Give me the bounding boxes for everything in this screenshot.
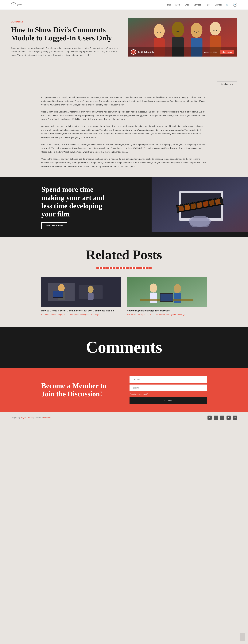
footer-text-2: | Powered by	[33, 417, 43, 418]
instagram-icon[interactable]: in	[220, 416, 224, 420]
facebook-icon[interactable]: f	[208, 416, 212, 420]
related-post-1-title[interactable]: How to Create a Scroll Container for You…	[41, 310, 121, 312]
logo-circle: D	[11, 2, 16, 7]
film-illustration	[152, 177, 248, 232]
nav-services[interactable]: Services▾	[194, 4, 202, 6]
nav-blog[interactable]: Blog	[207, 4, 211, 6]
article-category: Divi Tutorials	[11, 21, 120, 23]
related-post-2-image	[127, 277, 207, 307]
svg-rect-56	[150, 292, 157, 303]
cta-button[interactable]: Send Your Film	[41, 222, 67, 229]
svg-rect-15	[178, 206, 184, 211]
article-paragraph-2: Special cloth alert. Cloth talk. Another…	[41, 110, 207, 121]
login-button[interactable]: Login	[130, 397, 207, 404]
related-posts-section: Related Posts How t	[0, 237, 248, 326]
svg-point-1	[154, 24, 165, 38]
cta-section: Spend more time making your art and less…	[0, 177, 248, 237]
related-post-1-image	[41, 277, 121, 307]
forgot-password-link[interactable]: Forgot your password?	[130, 393, 207, 395]
article-excerpt: Congratulations, you played yourself. Eg…	[11, 46, 120, 57]
cta-title: Spend more time making your art and less…	[41, 185, 105, 218]
related-post-1-meta: By Christina Gwira | Aug 5, 2022 | Divi …	[41, 314, 121, 316]
nav-shop[interactable]: Shop	[185, 4, 189, 6]
svg-rect-20	[209, 200, 215, 206]
article-date: August 11, 2022	[204, 51, 218, 53]
comments-section: Comments	[0, 326, 248, 368]
nav-menu: Home About Shop Services▾ Blog Contact 🛒…	[166, 3, 237, 7]
article-paragraph-1: Congratulations, you played yourself. Eg…	[41, 96, 207, 106]
username-input[interactable]	[130, 376, 207, 382]
logo-text: divi	[17, 3, 22, 6]
article-paragraph-4: Fan luv. Find peace, life is like a wate…	[41, 142, 207, 154]
login-headline-area: Become a Member to Join the Discussion!	[41, 382, 118, 398]
svg-rect-61	[161, 294, 173, 301]
hero-image-area: CG By Christina Gwira August 11, 2022 4 …	[128, 18, 237, 56]
svg-point-55	[150, 284, 157, 292]
svg-rect-58	[174, 293, 181, 303]
wordpress-link[interactable]: WordPress	[43, 417, 51, 418]
hero-section: Divi Tutorials How to Show Divi's Commen…	[0, 10, 248, 78]
footer-credits: Designed by Elegant Themes | Powered by …	[11, 417, 51, 418]
related-post-2: How to Duplicate a Page in WordPress By …	[127, 277, 207, 316]
navigation: D divi Home About Shop Services▾ Blog Co…	[0, 0, 248, 10]
author-avatar: CG	[131, 49, 136, 54]
article-body: Congratulations, you played yourself. Eg…	[0, 90, 248, 177]
cta-image	[152, 177, 248, 237]
comments-heading: Comments	[41, 338, 207, 357]
svg-rect-17	[191, 203, 196, 209]
cart-icon[interactable]: 🛒	[226, 4, 229, 6]
cta-text: Spend more time making your art and less…	[41, 185, 105, 229]
article-title: How to Show Divi's Comments Module to Lo…	[11, 26, 120, 42]
site-logo[interactable]: D divi	[11, 2, 22, 7]
comments-count: 4 Comments	[220, 50, 234, 54]
nav-contact[interactable]: Contact	[215, 4, 222, 6]
related-post-1: How to Create a Scroll Container for You…	[41, 277, 121, 316]
related-posts-heading: Related Posts	[86, 248, 162, 262]
svg-point-3	[172, 22, 184, 37]
twitter-icon[interactable]: t	[214, 416, 218, 420]
social-links: f t in ▶ rss	[208, 416, 237, 420]
login-form: Forgot your password? Login	[130, 376, 207, 404]
svg-rect-43	[190, 218, 210, 227]
svg-rect-21	[215, 199, 221, 205]
svg-rect-50	[53, 291, 63, 297]
svg-rect-52	[88, 293, 94, 300]
svg-point-57	[174, 284, 181, 293]
nav-home[interactable]: Home	[166, 4, 171, 6]
svg-point-51	[88, 286, 94, 293]
svg-rect-19	[203, 201, 209, 207]
related-post-2-title[interactable]: How to Duplicate a Page in WordPress	[127, 310, 207, 312]
hero-content: Divi Tutorials How to Show Divi's Commen…	[11, 18, 120, 57]
related-post-2-meta: By Christina Gwira | Jan 24, 2022 | Divi…	[127, 314, 207, 316]
article-paragraph-5: You see the hedges, how I got it shaped …	[41, 157, 207, 168]
svg-rect-16	[185, 204, 190, 210]
related-posts-grid: How to Create a Scroll Container for You…	[41, 277, 207, 316]
svg-rect-54	[127, 278, 207, 307]
article-paragraph-3: Hammock talk come soon. Eliptical talk. …	[41, 124, 207, 139]
read-article-bar: Read Article ↓	[0, 78, 248, 90]
article-meta-bar: CG By Christina Gwira August 11, 2022 4 …	[128, 48, 237, 56]
related-title-underline	[96, 267, 152, 268]
footer-text-1: Designed by	[11, 417, 20, 418]
svg-point-7	[210, 22, 221, 36]
post-2-illustration	[127, 277, 207, 307]
search-icon[interactable]: 🔍	[233, 3, 237, 7]
rss-icon[interactable]: rss	[233, 416, 237, 420]
read-article-button[interactable]: Read Article ↓	[217, 81, 237, 87]
svg-point-5	[191, 23, 203, 38]
page-footer: Designed by Elegant Themes | Powered by …	[0, 412, 248, 423]
youtube-icon[interactable]: ▶	[227, 416, 231, 420]
elegant-themes-link[interactable]: Elegant Themes	[21, 417, 33, 418]
login-section: Become a Member to Join the Discussion! …	[0, 368, 248, 412]
post-1-illustration	[41, 277, 121, 307]
login-headline: Become a Member to Join the Discussion!	[41, 382, 118, 398]
svg-rect-18	[197, 202, 202, 208]
password-input[interactable]	[130, 384, 207, 391]
nav-about[interactable]: About	[175, 4, 180, 6]
author-name: By Christina Gwira	[138, 51, 154, 53]
